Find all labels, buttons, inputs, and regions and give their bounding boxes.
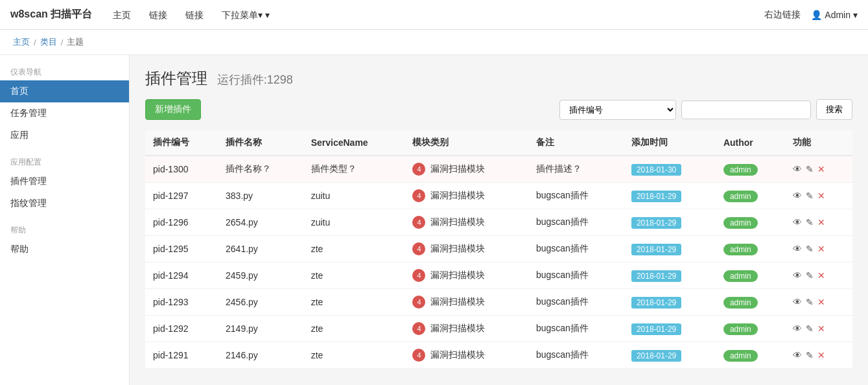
cell-author: admin [716,236,785,262]
edit-icon[interactable]: ✎ [806,217,814,228]
cell-actions: 👁 ✎ ✕ [785,262,852,289]
add-plugin-button[interactable]: 新增插件 [145,99,201,120]
nav-admin[interactable]: 👤 Admin ▾ [811,10,858,20]
delete-icon[interactable]: ✕ [817,323,825,334]
sidebar-item-plugins[interactable]: 插件管理 [0,170,129,192]
cell-actions: 👁 ✎ ✕ [785,236,852,262]
delete-icon[interactable]: ✕ [817,164,825,174]
view-icon[interactable]: 👁 [793,191,802,201]
author-badge: admin [723,297,758,309]
view-icon[interactable]: 👁 [793,164,802,174]
category-badge: 4 [412,163,425,176]
nav-links: 主页 链接 链接 下拉菜单▾ [105,3,764,27]
date-badge: 2018-01-29 [631,323,681,335]
date-badge: 2018-01-29 [631,244,681,255]
breadcrumb-category[interactable]: 类目 [40,36,57,48]
sidebar-item-tasks[interactable]: 任务管理 [0,102,129,124]
cell-date: 2018-01-29 [624,183,716,209]
cell-category: 4 漏洞扫描模块 [405,262,528,289]
category-badge: 4 [412,269,425,282]
col-header-id: 插件编号 [145,130,218,156]
delete-icon[interactable]: ✕ [817,350,825,360]
col-header-date: 添加时间 [624,130,716,156]
main-layout: 仪表导航 首页 任务管理 应用 应用配置 插件管理 指纹管理 帮助 帮助 插件管… [0,55,868,385]
nav-link1[interactable]: 链接 [141,3,175,27]
col-header-category: 模块类别 [405,130,528,156]
cell-id: pid-1295 [145,236,218,262]
edit-icon[interactable]: ✎ [806,191,814,201]
delete-icon[interactable]: ✕ [817,297,825,307]
sidebar-item-fingerprint[interactable]: 指纹管理 [0,192,129,215]
table-row: pid-1294 2459.py zte 4 漏洞扫描模块 bugscan插件 … [145,262,852,289]
cell-author: admin [716,289,785,316]
nav-link2[interactable]: 链接 [178,3,211,27]
cell-category: 4 漏洞扫描模块 [405,342,528,369]
table-row: pid-1300 插件名称？ 插件类型？ 4 漏洞扫描模块 插件描述？ 2018… [145,156,852,183]
sidebar-item-home[interactable]: 首页 [0,80,129,102]
nav-home[interactable]: 主页 [105,3,139,27]
chevron-down-icon: ▾ [853,10,858,20]
cell-category: 4 漏洞扫描模块 [405,156,528,183]
author-badge: admin [723,350,758,362]
col-header-author: Author [716,130,785,156]
col-header-name: 插件名称 [218,130,303,156]
delete-icon[interactable]: ✕ [817,270,825,281]
admin-label: Admin [825,10,850,20]
cell-category: 4 漏洞扫描模块 [405,289,528,316]
category-label: 漏洞扫描模块 [430,243,485,255]
cell-actions: 👁 ✎ ✕ [785,342,852,369]
cell-category: 4 漏洞扫描模块 [405,209,528,236]
cell-author: admin [716,342,785,369]
view-icon[interactable]: 👁 [793,323,802,334]
table-row: pid-1296 2654.py zuitu 4 漏洞扫描模块 bugscan插… [145,209,852,236]
view-icon[interactable]: 👁 [793,244,802,254]
filter-select[interactable]: 插件编号 [559,100,676,120]
breadcrumb-home[interactable]: 主页 [13,36,30,48]
plugins-table-wrapper: 插件编号 插件名称 ServiceName 模块类别 备注 添加时间 Autho… [145,130,852,369]
table-body: pid-1300 插件名称？ 插件类型？ 4 漏洞扫描模块 插件描述？ 2018… [145,156,852,369]
search-input[interactable] [681,100,811,119]
cell-date: 2018-01-29 [624,209,716,236]
date-badge: 2018-01-29 [631,350,681,362]
date-badge: 2018-01-29 [631,270,681,282]
category-badge: 4 [412,216,425,229]
edit-icon[interactable]: ✎ [806,164,814,174]
sidebar-section-config: 应用配置 [0,152,129,170]
cell-id: pid-1292 [145,316,218,342]
cell-name: 2146.py [218,342,303,369]
cell-note: 插件描述？ [528,156,624,183]
table-row: pid-1295 2641.py zte 4 漏洞扫描模块 bugscan插件 … [145,236,852,262]
table-row: pid-1291 2146.py zte 4 漏洞扫描模块 bugscan插件 … [145,342,852,369]
table-header: 插件编号 插件名称 ServiceName 模块类别 备注 添加时间 Autho… [145,130,852,156]
nav-right-link[interactable]: 右边链接 [764,9,801,21]
table-row: pid-1292 2149.py zte 4 漏洞扫描模块 bugscan插件 … [145,316,852,342]
view-icon[interactable]: 👁 [793,217,802,228]
category-label: 漏洞扫描模块 [430,270,485,281]
delete-icon[interactable]: ✕ [817,244,825,254]
delete-icon[interactable]: ✕ [817,217,825,228]
view-icon[interactable]: 👁 [793,350,802,360]
edit-icon[interactable]: ✎ [806,270,814,281]
edit-icon[interactable]: ✎ [806,297,814,307]
cell-name: 插件名称？ [218,156,303,183]
cell-author: admin [716,316,785,342]
edit-icon[interactable]: ✎ [806,323,814,334]
view-icon[interactable]: 👁 [793,270,802,281]
sidebar-item-apps[interactable]: 应用 [0,124,129,146]
page-title-main: 插件管理 [145,69,207,87]
category-badge: 4 [412,189,425,202]
cell-id: pid-1294 [145,262,218,289]
date-badge: 2018-01-30 [631,164,681,176]
cell-actions: 👁 ✎ ✕ [785,316,852,342]
delete-icon[interactable]: ✕ [817,191,825,201]
view-icon[interactable]: 👁 [793,297,802,307]
category-label: 漏洞扫描模块 [430,163,485,175]
edit-icon[interactable]: ✎ [806,350,814,360]
edit-icon[interactable]: ✎ [806,244,814,254]
date-badge: 2018-01-29 [631,191,681,202]
nav-dropdown[interactable]: 下拉菜单▾ [214,3,277,27]
cell-id: pid-1296 [145,209,218,236]
sidebar-item-help[interactable]: 帮助 [0,239,129,261]
search-button[interactable]: 搜索 [816,99,852,120]
category-label: 漏洞扫描模块 [430,296,485,308]
